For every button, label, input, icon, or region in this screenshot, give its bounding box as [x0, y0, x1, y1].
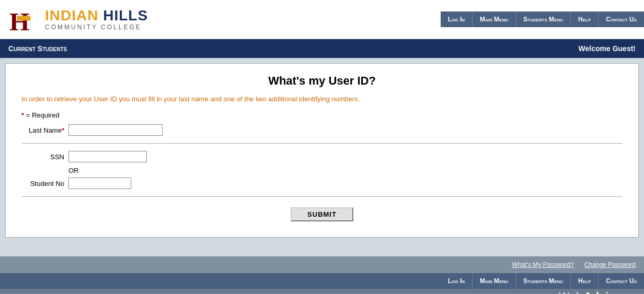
college-logo-icon: H	[8, 5, 40, 34]
footer-nav-login[interactable]: Log In	[441, 273, 472, 289]
last-name-input[interactable]	[68, 124, 163, 136]
info-text: In order to retrieve your User ID you mu…	[21, 95, 623, 103]
required-note-text: = Required	[26, 111, 60, 119]
svg-text:H: H	[9, 7, 30, 33]
nav-item-help[interactable]: Help	[570, 11, 598, 27]
student-no-row: Student No	[21, 178, 623, 189]
footer-upper: What's My Password? Change Password	[0, 256, 644, 273]
logo-indian: INDIAN	[45, 7, 103, 23]
footer-nav-help[interactable]: Help	[570, 273, 598, 289]
whats-my-password-link[interactable]: What's My Password?	[512, 261, 574, 268]
logo-i-highlight: I	[45, 7, 50, 23]
divider-top	[21, 143, 623, 144]
logo-area: H INDIAN HILLS COMMUNITY COLLEGE	[0, 1, 441, 38]
blue-bar: Current Students Welcome Guest!	[0, 39, 644, 58]
page-title: What's my User ID?	[21, 74, 623, 88]
footer-nav: Log In Main Menu Students Menu Help Cont…	[0, 273, 644, 289]
last-name-label: Last Name*	[21, 126, 68, 134]
ssn-input[interactable]	[68, 151, 147, 162]
footer-nav-students-menu[interactable]: Students Menu	[515, 273, 570, 289]
nav-item-contact-us[interactable]: Contact Us	[598, 11, 644, 27]
advisor-text: Advisor	[584, 290, 627, 294]
header: H INDIAN HILLS COMMUNITY COLLEGE Log In …	[0, 0, 644, 39]
required-note: * = Required	[21, 111, 623, 119]
top-nav: Log In Main Menu Students Menu Help Cont…	[441, 11, 644, 27]
ssn-label: SSN	[21, 153, 68, 161]
content-box: What's my User ID? In order to retrieve …	[5, 63, 639, 238]
logo-community: COMMUNITY COLLEGE	[45, 24, 148, 31]
student-no-label: Student No	[21, 180, 68, 187]
nav-item-login[interactable]: Log In	[441, 11, 472, 27]
footer-bottom: WebAdvisor3.2 POWERED BY ellucian®	[0, 289, 644, 294]
divider-bottom	[21, 196, 623, 197]
required-star: *	[21, 111, 24, 119]
logo-text: INDIAN HILLS COMMUNITY COLLEGE	[45, 8, 148, 31]
ssn-row: SSN	[21, 151, 623, 162]
submit-button[interactable]: SUBMIT	[291, 207, 353, 221]
or-text: OR	[68, 167, 623, 174]
svg-rect-1	[17, 16, 31, 20]
main-content: What's my User ID? In order to retrieve …	[0, 58, 644, 256]
section-label: Current Students	[8, 44, 67, 53]
logo-hills: HILLS	[103, 7, 148, 23]
web-text: Web	[559, 290, 583, 294]
last-name-row: Last Name*	[21, 124, 623, 136]
nav-item-students-menu[interactable]: Students Menu	[515, 11, 570, 27]
student-no-input[interactable]	[68, 178, 131, 189]
webadvisor-branding: WebAdvisor3.2 POWERED BY ellucian®	[559, 290, 636, 294]
footer-nav-contact-us[interactable]: Contact Us	[598, 273, 644, 289]
nav-item-main-menu[interactable]: Main Menu	[472, 11, 515, 27]
welcome-text: Welcome Guest!	[579, 44, 636, 53]
submit-row: SUBMIT	[21, 207, 623, 221]
change-password-link[interactable]: Change Password	[584, 261, 636, 268]
last-name-required: *	[62, 126, 64, 134]
footer-nav-main-menu[interactable]: Main Menu	[472, 273, 515, 289]
webadvisor-logo: WebAdvisor3.2	[559, 290, 636, 294]
